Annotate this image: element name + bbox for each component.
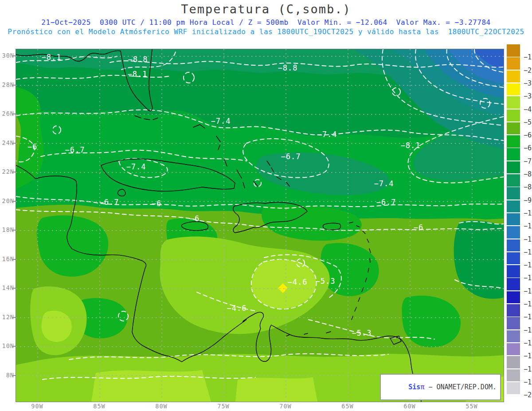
colorbar-cell (507, 110, 520, 122)
lat-axis-tick (12, 143, 16, 144)
colorbar-tick-label: −16.5 (524, 326, 532, 334)
lon-axis-label: 90W (27, 403, 47, 410)
colorbar-tick-label: −18.6 (524, 365, 532, 373)
colorbar-tick-label: −8.8 (524, 183, 532, 191)
colorbar-cell (507, 83, 520, 96)
colorbar-tick-label: −17.9 (524, 352, 532, 360)
lon-axis-label: 80W (152, 403, 171, 410)
colorbar-cell (507, 96, 520, 109)
lon-axis-label: 55W (462, 403, 481, 410)
colorbar-tick-label: −17.2 (524, 339, 532, 347)
colorbar-tick-label: −5.3 (524, 118, 532, 126)
colorbar-cell (507, 148, 520, 160)
lat-axis-tick (12, 375, 16, 376)
temperature-shading (16, 49, 504, 402)
map-header: Temperatura (C,somb.) 21−Oct−2025 0300 U… (0, 0, 532, 36)
lat-axis-tick (12, 55, 16, 56)
colorbar-cell (507, 369, 520, 382)
colorbar-tick-label: −15.8 (524, 313, 532, 321)
colorbar-cell (507, 187, 520, 200)
colorbar-cell (507, 304, 520, 317)
lat-axis-tick (12, 346, 16, 347)
colorbar-tick-label: −10.2 (524, 209, 532, 217)
weather-map-page: Temperatura (C,somb.) 21−Oct−2025 0300 U… (0, 0, 532, 411)
colorbar-cell (507, 44, 520, 57)
colorbar-cell (507, 135, 520, 148)
colorbar-cell (507, 70, 520, 83)
colorbar-tick-label: −13.7 (524, 274, 532, 282)
lat-axis-tick (12, 114, 16, 114)
lon-axis-label: 65W (338, 403, 357, 410)
colorbar-tick-label: −8.1 (524, 170, 532, 178)
colorbar-tick-label: −1.8 (524, 53, 532, 61)
lat-axis-tick (12, 85, 16, 86)
colorbar-tick-label: −9.5 (524, 196, 532, 204)
colorbar-tick-label: −6.7 (524, 144, 532, 152)
lat-axis-tick (12, 259, 16, 260)
colorbar-cell (507, 356, 520, 368)
colorbar-cell (507, 174, 520, 187)
lon-axis-label: 75W (214, 403, 233, 410)
lon-axis-label: 70W (276, 403, 295, 410)
colorbar-tick-label: −20 (524, 391, 532, 399)
colorbar-cell (507, 252, 520, 265)
colorbar-tick-label: −19.3 (524, 378, 532, 386)
colorbar-cell (507, 395, 520, 407)
colorbar-cell (507, 265, 520, 278)
colorbar-cell (507, 330, 520, 343)
colorbar-cell (507, 278, 520, 290)
lat-axis-tick (12, 172, 16, 172)
colorbar-tick-label: −3.2 (524, 79, 532, 87)
subtitle-line-1: 21−Oct−2025 0300 UTC / 11:00 pm Hora Loc… (0, 18, 532, 27)
colorbar-tick-label: −11.6 (524, 235, 532, 243)
colorbar-tick-label: −12.3 (524, 248, 532, 256)
colorbar-tick-label: −2.5 (524, 67, 532, 74)
colorbar-cell (507, 239, 520, 252)
colorbar-tick-label: −3.9 (524, 92, 532, 100)
weather-map: −8.1−8.8−8.1−8.8−7.4−7.4−8.1−6−6.7−6.7−7… (16, 49, 504, 402)
colorbar-cell (507, 122, 520, 135)
lon-axis-label: 85W (90, 403, 109, 410)
colorbar-cell (507, 291, 520, 304)
colorbar-tick-label: −7.4 (524, 157, 532, 165)
subtitle-line-2: Pronóstico con el Modelo Atmósferico WRF… (0, 27, 532, 36)
page-title: Temperatura (C,somb.) (0, 2, 532, 16)
colorbar-cell (507, 226, 520, 239)
lat-axis-tick (12, 201, 16, 202)
lat-axis-tick (12, 288, 16, 289)
colorbar-cell (507, 317, 520, 329)
colorbar-cell (507, 57, 520, 70)
colorbar-tick-label: −10.9 (524, 222, 532, 230)
colorbar-cell (507, 382, 520, 395)
colorbar-tick-label: −13 (524, 261, 532, 269)
watermark: Sisπ − ONAMET/REP.DOM. (380, 374, 501, 400)
lat-axis-tick (12, 317, 16, 318)
colorbar-cell (507, 213, 520, 226)
colorbar-tick-label: −4.6 (524, 106, 532, 114)
colorbar-tick-label: −15.1 (524, 300, 532, 308)
colorbar-cell (507, 200, 520, 213)
watermark-brand: Sis (408, 383, 420, 391)
watermark-org: − ONAMET/REP.DOM. (424, 383, 497, 391)
map-svg (16, 49, 504, 402)
lat-axis-tick (12, 230, 16, 231)
colorbar-cell (507, 161, 520, 174)
lon-axis-label: 60W (400, 403, 419, 410)
colorbar-tick-label: −6 (524, 131, 532, 139)
colorbar-tick-label: −14.4 (524, 287, 532, 295)
colorbar-cell (507, 343, 520, 356)
